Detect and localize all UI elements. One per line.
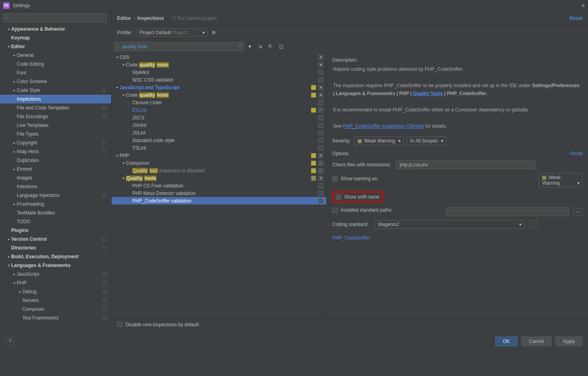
sidebar-item[interactable]: ▸Inlay Hints☐ [0,147,111,156]
sidebar-item[interactable]: Font [0,68,111,77]
show-sniff-name-highlight: Show sniff name [332,191,383,203]
disable-new-checkbox[interactable] [117,322,122,327]
inspection-row[interactable]: ▾Composer [112,159,326,167]
inspection-row[interactable]: JSCS [112,114,326,121]
sidebar-item[interactable]: ▸Code Style☐ [0,86,111,95]
phpcs-install-link[interactable]: PHP_CodeSniffer installation (GitHub) [343,123,424,129]
extensions-input[interactable] [396,160,535,169]
standard-dropdown[interactable]: Magento2 [374,220,524,229]
inspection-row[interactable]: ▾JavaScript and TypeScript [112,84,326,91]
inspection-tree[interactable]: ▾CSS▾Code quality toolsStylelintW3C CSS … [112,53,327,317]
sidebar-item[interactable]: ▸Debug☐ [0,287,111,296]
inspection-row[interactable]: ▾Code quality tools [112,91,326,99]
sidebar-item[interactable]: Live Templates [0,121,111,130]
sidebar-item[interactable]: ▸JavaScript☐ [0,270,111,279]
clear-icon[interactable]: × [239,43,241,49]
sidebar-item[interactable]: ▸Build, Execution, Deployment [0,252,111,261]
ok-button[interactable]: OK [495,337,517,346]
inspection-row[interactable]: PHP CS Fixer validation [112,182,326,189]
options-reset-link[interactable]: Reset [570,151,582,156]
gear-icon[interactable]: ⚙ [212,30,216,35]
inspection-row[interactable]: Stylelint [112,68,326,76]
sidebar-item[interactable]: Composer☐ [0,305,111,314]
sidebar-item[interactable]: Language Injections☐ [0,191,111,200]
sidebar-item[interactable]: TextMate Bundles [0,208,111,217]
options-label: Options [332,151,349,156]
show-warning-label: Show warning as: [341,176,378,181]
breadcrumb: Editor›Inspections [117,16,164,21]
search-icon: ⌕ [116,43,119,49]
phpcs-link[interactable]: PHP_CodeSniffer [332,235,370,241]
sidebar-item[interactable]: File and Code Templates☐ [0,103,111,112]
sidebar-search-input[interactable] [3,14,107,22]
sidebar-item[interactable]: Directories☐ [0,244,111,252]
inspection-row[interactable]: ▾Quality tools [112,174,326,182]
toggle-icon[interactable]: ◫ [276,42,285,51]
collapse-icon[interactable]: ⇱ [266,42,275,51]
browse-icon[interactable]: … [528,220,538,228]
search-icon: ⌕ [6,15,8,20]
sidebar-item[interactable]: ▸Proofreading [0,200,111,208]
sidebar-item[interactable]: ▸Copyright☐ [0,138,111,147]
sidebar-item[interactable]: Plugins [0,226,111,235]
apply-button[interactable]: Apply [555,337,582,346]
sidebar-item[interactable]: ▸Emmet [0,165,111,173]
inspection-row[interactable]: PHP_CodeSniffer validation [112,197,326,205]
sidebar-item[interactable]: ▾PHP☐ [0,279,111,287]
sidebar-item[interactable]: Code Editing [0,60,111,68]
sidebar-item[interactable]: ▾Editor [0,42,111,51]
sidebar-item[interactable]: File Types [0,130,111,138]
inspection-row[interactable]: JSLint [112,129,326,136]
sidebar-item[interactable]: Servers☐ [0,296,111,305]
scope-dropdown[interactable]: In All Scopes [407,136,446,145]
show-warning-dropdown[interactable]: Weak Warning [539,173,582,187]
sidebar-item[interactable]: ▾Languages & Frameworks [0,261,111,270]
sidebar-item[interactable]: ▸Version Control☐ [0,235,111,244]
inspection-row[interactable]: Standard code style [112,136,326,144]
folder-icon[interactable]: ▭ [573,208,582,216]
severity-dropdown[interactable]: Weak Warning [354,136,404,145]
sidebar-item[interactable]: TODO [0,217,111,226]
settings-sidebar: ⌕ ▸Appearance & BehaviorKeymap▾Editor▸Ge… [0,11,112,331]
inspection-row[interactable]: ▾PHP [112,152,326,159]
close-icon[interactable]: × [582,2,585,9]
inspection-row[interactable]: PHP Mess Detector validation [112,189,326,197]
filter-icon[interactable]: ▼ [245,42,254,51]
inspection-row[interactable]: JSHint [112,121,326,129]
sidebar-item[interactable]: Keymap [0,33,111,42]
sidebar-item[interactable]: Inspections☐ [0,95,111,103]
titlebar: PS Settings × [0,0,588,11]
expand-icon[interactable]: ⇲ [256,42,265,51]
reset-link[interactable]: Reset [569,16,582,21]
sidebar-item[interactable]: Test Frameworks☐ [0,314,111,322]
sidebar-item[interactable]: Intentions [0,182,111,191]
cancel-button[interactable]: Cancel [521,337,551,346]
sidebar-item[interactable]: File Encodings☐ [0,112,111,121]
show-warning-checkbox[interactable] [332,176,337,181]
show-sniff-checkbox[interactable] [336,195,341,200]
sidebar-item[interactable]: ▸Appearance & Behavior [0,25,111,33]
inspection-detail: Description: Reports coding style proble… [327,53,588,317]
inspection-row[interactable]: ESLint [112,106,326,114]
inspection-row[interactable]: Closure Linter [112,99,326,106]
disable-new-label: Disable new inspections by default [125,322,199,327]
inspection-row[interactable]: ▾CSS [112,53,326,61]
sidebar-item[interactable]: ▸General [0,51,111,60]
description-text: Reports coding style problems detected b… [332,63,582,132]
inspection-row[interactable]: ▾Code quality tools [112,61,326,68]
sidebar-item[interactable]: Duplicates [0,156,111,165]
sidebar-item[interactable]: ▸Color Scheme [0,77,111,86]
help-icon[interactable]: ? [6,337,14,346]
app-icon: PS [3,2,10,9]
inspection-row[interactable]: Quality tool inspection is disabled [112,167,326,174]
inspection-search-input[interactable] [114,42,244,51]
quality-tools-link[interactable]: Quality Tools [413,91,443,96]
profile-label: Profile: [117,30,132,35]
installed-paths-input[interactable] [446,207,569,216]
profile-dropdown[interactable]: Project Default Project [136,29,208,37]
inspection-row[interactable]: W3C CSS validator [112,76,326,84]
installed-paths-checkbox[interactable] [332,208,337,213]
sidebar-tree[interactable]: ▸Appearance & BehaviorKeymap▾Editor▸Gene… [0,25,111,331]
sidebar-item[interactable]: Images [0,173,111,182]
inspection-row[interactable]: TSLint [112,144,326,152]
